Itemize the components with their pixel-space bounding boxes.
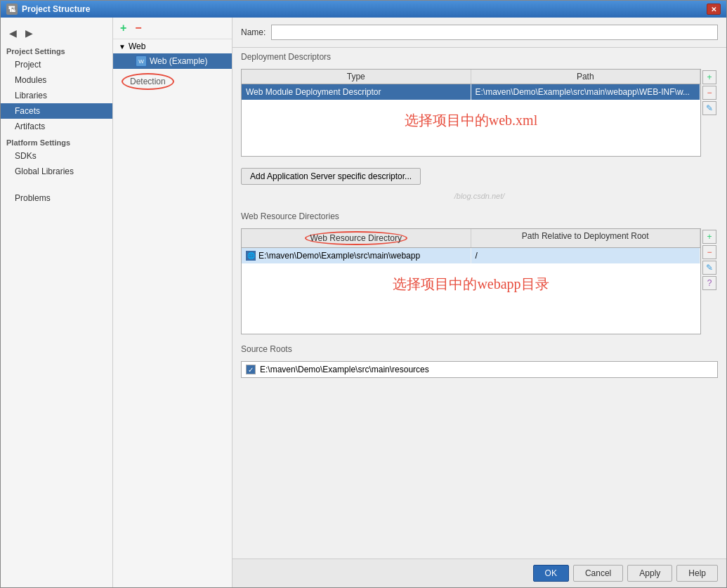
remove-facet-button[interactable]: − xyxy=(132,20,144,36)
source-roots-path: E:\maven\Demo\Example\src\main\resources xyxy=(260,365,429,374)
web-resource-help-button[interactable]: ? xyxy=(702,276,716,290)
close-button[interactable]: ✕ xyxy=(707,4,721,15)
sidebar-item-project[interactable]: Project xyxy=(1,57,112,72)
name-label: Name: xyxy=(241,27,266,37)
web-resource-table-empty: 选择项目中的webapp目录 xyxy=(242,263,700,334)
deployment-descriptors-title: Deployment Descriptors xyxy=(241,52,718,62)
sidebar-item-sdks[interactable]: SDKs xyxy=(1,148,112,164)
source-roots-row: ✓ E:\maven\Demo\Example\src\main\resourc… xyxy=(241,361,718,378)
web-resource-dir-cell: 🌐 E:\maven\Demo\Example\src\main\webapp xyxy=(242,248,471,263)
sidebar-item-modules[interactable]: Modules xyxy=(1,72,112,88)
web-resource-remove-button[interactable]: − xyxy=(702,245,716,259)
web-resource-table-wrapper: Web Resource Directory Path Relative to … xyxy=(241,228,718,334)
help-button[interactable]: Help xyxy=(676,565,718,582)
name-row: Name: Web xyxy=(232,18,726,48)
tree-web-node[interactable]: ▼ Web xyxy=(113,39,232,53)
watermark: /blog.csdn.net/ xyxy=(232,190,726,202)
descriptor-type-cell: Web Module Deployment Descriptor xyxy=(242,84,471,100)
detection-area: Detection xyxy=(113,69,232,90)
web-xml-annotation: 选择项目中的web.xml xyxy=(242,100,700,141)
detection-label: Detection xyxy=(130,77,166,86)
web-resource-side-buttons: + − ✎ ? xyxy=(701,228,718,334)
title-bar-controls: ✕ xyxy=(707,4,721,15)
source-roots-title: Source Roots xyxy=(241,344,718,354)
title-bar-left: 🏗 Project Structure xyxy=(6,4,90,15)
middle-panel: + − ▼ Web W Web (Example) Detection xyxy=(113,18,232,587)
sidebar-item-problems[interactable]: Problems xyxy=(1,190,112,206)
add-server-descriptor-button[interactable]: Add Application Server specific descript… xyxy=(241,168,421,185)
web-resource-dirs-title: Web Resource Directories xyxy=(241,211,718,221)
web-resource-add-button[interactable]: + xyxy=(702,230,716,244)
nav-back-button[interactable]: ◀ xyxy=(6,26,20,40)
deployment-side-buttons: + − ✎ xyxy=(701,69,718,157)
sidebar: ◀ ▶ Project Settings Project Modules Lib… xyxy=(1,18,113,587)
title-bar: 🏗 Project Structure ✕ xyxy=(1,1,726,18)
name-input[interactable]: Web xyxy=(271,25,718,40)
deployment-remove-button[interactable]: − xyxy=(702,86,716,100)
source-roots-section: Source Roots xyxy=(232,340,726,361)
apply-button[interactable]: Apply xyxy=(627,565,672,582)
web-resource-table: Web Resource Directory Path Relative to … xyxy=(241,228,701,334)
deployment-descriptors-table: Type Path Web Module Deployment Descript… xyxy=(241,69,701,157)
add-facet-button[interactable]: + xyxy=(117,20,129,36)
sidebar-item-facets[interactable]: Facets xyxy=(1,103,112,119)
ok-button[interactable]: OK xyxy=(533,565,569,582)
source-roots-checkbox[interactable]: ✓ xyxy=(246,365,256,374)
web-resource-icon: 🌐 xyxy=(246,251,256,261)
dir-col-header: Web Resource Directory xyxy=(242,229,471,247)
checkbox-check: ✓ xyxy=(248,366,254,374)
type-col-header: Type xyxy=(242,70,471,84)
sidebar-item-global-libraries[interactable]: Global Libraries xyxy=(1,164,112,179)
deployment-descriptors-table-wrapper: Type Path Web Module Deployment Descript… xyxy=(241,69,718,157)
deployment-table-empty: 选择项目中的web.xml xyxy=(242,100,700,156)
web-resource-header: Web Resource Directory Path Relative to … xyxy=(242,229,700,248)
project-structure-window: 🏗 Project Structure ✕ ◀ ▶ Project Settin… xyxy=(0,0,727,588)
main-content: ◀ ▶ Project Settings Project Modules Lib… xyxy=(1,18,726,587)
deployment-add-button[interactable]: + xyxy=(702,70,716,84)
web-icon: W xyxy=(136,55,147,67)
sidebar-item-artifacts[interactable]: Artifacts xyxy=(1,119,112,134)
descriptor-path-cell: E:\maven\Demo\Example\src\main\webapp\WE… xyxy=(471,84,701,100)
nav-forward-button[interactable]: ▶ xyxy=(22,26,36,40)
tree-web-label: Web xyxy=(129,41,145,51)
dir-col-oval: Web Resource Directory xyxy=(305,231,408,245)
webapp-annotation: 选择项目中的webapp目录 xyxy=(242,263,700,305)
cancel-button[interactable]: Cancel xyxy=(573,565,623,582)
web-resource-row[interactable]: 🌐 E:\maven\Demo\Example\src\main\webapp … xyxy=(242,248,700,263)
tree-web-example-node[interactable]: W Web (Example) xyxy=(113,53,232,69)
deployment-table-header: Type Path xyxy=(242,70,700,84)
deployment-edit-button[interactable]: ✎ xyxy=(702,101,716,115)
tree-arrow: ▼ xyxy=(119,43,126,51)
window-icon: 🏗 xyxy=(6,4,18,15)
web-resource-edit-button[interactable]: ✎ xyxy=(702,261,716,275)
dialog-footer: OK Cancel Apply Help xyxy=(232,558,726,587)
sidebar-item-libraries[interactable]: Libraries xyxy=(1,88,112,103)
right-scroll-area: Deployment Descriptors Type Path Web Mod… xyxy=(232,48,726,558)
path-col-header: Path xyxy=(471,70,701,84)
right-panel: Name: Web Deployment Descriptors Type Pa… xyxy=(232,18,726,587)
web-resource-path-cell: / xyxy=(471,248,701,263)
sidebar-nav: ◀ ▶ Project Settings Project Modules Lib… xyxy=(1,18,112,587)
window-title: Project Structure xyxy=(22,4,90,14)
deployment-descriptors-section: Deployment Descriptors xyxy=(232,48,726,69)
tree-web-example-label: Web (Example) xyxy=(150,56,207,66)
deployment-descriptor-row[interactable]: Web Module Deployment Descriptor E:\mave… xyxy=(242,84,700,100)
project-settings-label: Project Settings xyxy=(1,43,112,57)
add-server-btn-row: Add Application Server specific descript… xyxy=(241,168,718,185)
middle-toolbar: + − xyxy=(113,18,232,39)
web-resource-dirs-section: Web Resource Directories xyxy=(232,207,726,228)
rel-path-col-header: Path Relative to Deployment Root xyxy=(471,229,701,247)
platform-settings-label: Platform Settings xyxy=(1,134,112,148)
